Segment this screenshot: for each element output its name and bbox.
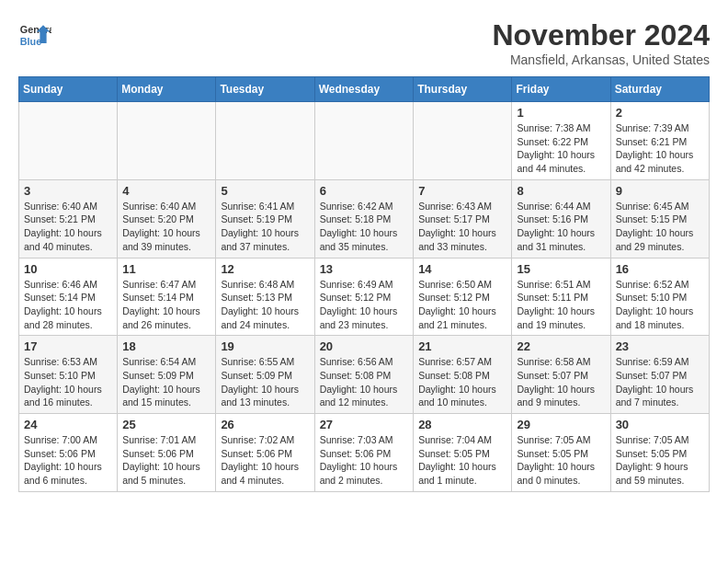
month-title: November 2024 (492, 18, 710, 52)
day-info: Sunrise: 6:46 AM Sunset: 5:14 PM Dayligh… (24, 278, 112, 332)
day-number: 25 (122, 418, 210, 431)
day-number: 24 (24, 418, 112, 431)
day-number: 4 (122, 184, 210, 198)
week-row-2: 10Sunrise: 6:46 AM Sunset: 5:14 PM Dayli… (19, 258, 710, 336)
day-number: 1 (517, 106, 605, 120)
calendar-cell: 13Sunrise: 6:49 AM Sunset: 5:12 PM Dayli… (314, 258, 414, 336)
calendar-cell: 29Sunrise: 7:05 AM Sunset: 5:05 PM Dayli… (512, 414, 610, 492)
day-number: 21 (418, 339, 506, 353)
day-number: 16 (616, 262, 704, 276)
day-info: Sunrise: 6:44 AM Sunset: 5:16 PM Dayligh… (517, 200, 605, 254)
day-number: 22 (517, 339, 605, 353)
calendar-cell: 24Sunrise: 7:00 AM Sunset: 5:06 PM Dayli… (19, 414, 118, 492)
calendar-cell: 22Sunrise: 6:58 AM Sunset: 5:07 PM Dayli… (512, 336, 610, 414)
day-info: Sunrise: 7:39 AM Sunset: 6:21 PM Dayligh… (616, 121, 704, 176)
day-number: 9 (616, 184, 704, 198)
day-number: 27 (320, 418, 409, 431)
day-info: Sunrise: 6:56 AM Sunset: 5:08 PM Dayligh… (320, 355, 409, 409)
calendar-cell: 28Sunrise: 7:04 AM Sunset: 5:05 PM Dayli… (414, 414, 512, 492)
week-row-1: 3Sunrise: 6:40 AM Sunset: 5:21 PM Daylig… (19, 179, 710, 258)
calendar-cell (118, 102, 216, 180)
day-number: 12 (221, 262, 309, 276)
calendar-cell: 15Sunrise: 6:51 AM Sunset: 5:11 PM Dayli… (512, 258, 610, 336)
week-row-0: 1Sunrise: 7:38 AM Sunset: 6:22 PM Daylig… (19, 102, 710, 180)
day-info: Sunrise: 6:49 AM Sunset: 5:12 PM Dayligh… (320, 278, 409, 332)
calendar-cell: 19Sunrise: 6:55 AM Sunset: 5:09 PM Dayli… (216, 336, 314, 414)
calendar-cell: 23Sunrise: 6:59 AM Sunset: 5:07 PM Dayli… (610, 336, 709, 414)
day-info: Sunrise: 7:01 AM Sunset: 5:06 PM Dayligh… (122, 433, 210, 488)
calendar-cell (216, 102, 314, 180)
day-info: Sunrise: 6:41 AM Sunset: 5:19 PM Dayligh… (221, 200, 309, 254)
day-info: Sunrise: 7:38 AM Sunset: 6:22 PM Dayligh… (517, 121, 605, 176)
day-info: Sunrise: 7:05 AM Sunset: 5:05 PM Dayligh… (616, 433, 704, 488)
week-row-3: 17Sunrise: 6:53 AM Sunset: 5:10 PM Dayli… (19, 336, 710, 414)
calendar-cell: 1Sunrise: 7:38 AM Sunset: 6:22 PM Daylig… (512, 102, 610, 180)
day-number: 14 (418, 262, 506, 276)
day-info: Sunrise: 6:50 AM Sunset: 5:12 PM Dayligh… (418, 278, 506, 332)
day-info: Sunrise: 6:47 AM Sunset: 5:14 PM Dayligh… (122, 278, 210, 332)
calendar-cell: 10Sunrise: 6:46 AM Sunset: 5:14 PM Dayli… (19, 258, 118, 336)
calendar-cell (414, 102, 512, 180)
day-info: Sunrise: 6:45 AM Sunset: 5:15 PM Dayligh… (616, 200, 704, 254)
day-info: Sunrise: 6:43 AM Sunset: 5:17 PM Dayligh… (418, 200, 506, 254)
day-info: Sunrise: 6:51 AM Sunset: 5:11 PM Dayligh… (517, 278, 605, 332)
calendar-cell: 11Sunrise: 6:47 AM Sunset: 5:14 PM Dayli… (118, 258, 216, 336)
weekday-header-row: SundayMondayTuesdayWednesdayThursdayFrid… (19, 77, 710, 102)
calendar-cell: 25Sunrise: 7:01 AM Sunset: 5:06 PM Dayli… (118, 414, 216, 492)
day-number: 30 (616, 418, 704, 431)
title-block: November 2024 Mansfield, Arkansas, Unite… (492, 18, 710, 67)
calendar-cell: 2Sunrise: 7:39 AM Sunset: 6:21 PM Daylig… (610, 102, 709, 180)
weekday-header-tuesday: Tuesday (216, 77, 314, 102)
day-number: 29 (517, 418, 605, 431)
weekday-header-thursday: Thursday (414, 77, 512, 102)
day-number: 8 (517, 184, 605, 198)
calendar-cell (314, 102, 414, 180)
day-info: Sunrise: 6:53 AM Sunset: 5:10 PM Dayligh… (24, 355, 112, 409)
day-info: Sunrise: 6:55 AM Sunset: 5:09 PM Dayligh… (221, 355, 309, 409)
calendar-cell: 20Sunrise: 6:56 AM Sunset: 5:08 PM Dayli… (314, 336, 414, 414)
day-number: 6 (320, 184, 409, 198)
day-number: 13 (320, 262, 409, 276)
day-number: 28 (418, 418, 506, 431)
calendar-cell: 4Sunrise: 6:40 AM Sunset: 5:20 PM Daylig… (118, 179, 216, 258)
calendar-cell: 16Sunrise: 6:52 AM Sunset: 5:10 PM Dayli… (610, 258, 709, 336)
day-info: Sunrise: 6:58 AM Sunset: 5:07 PM Dayligh… (517, 355, 605, 409)
day-number: 10 (24, 262, 112, 276)
day-number: 2 (616, 106, 704, 120)
calendar-cell: 26Sunrise: 7:02 AM Sunset: 5:06 PM Dayli… (216, 414, 314, 492)
page-header: General Blue November 2024 Mansfield, Ar… (18, 18, 710, 67)
calendar-cell: 12Sunrise: 6:48 AM Sunset: 5:13 PM Dayli… (216, 258, 314, 336)
weekday-header-wednesday: Wednesday (314, 77, 414, 102)
day-info: Sunrise: 7:00 AM Sunset: 5:06 PM Dayligh… (24, 433, 112, 488)
calendar-cell: 21Sunrise: 6:57 AM Sunset: 5:08 PM Dayli… (414, 336, 512, 414)
day-info: Sunrise: 7:04 AM Sunset: 5:05 PM Dayligh… (418, 433, 506, 488)
logo: General Blue (18, 18, 51, 52)
day-info: Sunrise: 6:57 AM Sunset: 5:08 PM Dayligh… (418, 355, 506, 409)
weekday-header-friday: Friday (512, 77, 610, 102)
day-number: 20 (320, 339, 409, 353)
day-info: Sunrise: 6:48 AM Sunset: 5:13 PM Dayligh… (221, 278, 309, 332)
weekday-header-sunday: Sunday (19, 77, 118, 102)
calendar-cell: 3Sunrise: 6:40 AM Sunset: 5:21 PM Daylig… (19, 179, 118, 258)
weekday-header-saturday: Saturday (610, 77, 709, 102)
calendar-cell: 6Sunrise: 6:42 AM Sunset: 5:18 PM Daylig… (314, 179, 414, 258)
calendar-table: SundayMondayTuesdayWednesdayThursdayFrid… (18, 76, 710, 492)
day-number: 5 (221, 184, 309, 198)
calendar-cell: 17Sunrise: 6:53 AM Sunset: 5:10 PM Dayli… (19, 336, 118, 414)
day-info: Sunrise: 6:40 AM Sunset: 5:20 PM Dayligh… (122, 200, 210, 254)
weekday-header-monday: Monday (118, 77, 216, 102)
day-info: Sunrise: 7:02 AM Sunset: 5:06 PM Dayligh… (221, 433, 309, 488)
day-info: Sunrise: 6:59 AM Sunset: 5:07 PM Dayligh… (616, 355, 704, 409)
day-info: Sunrise: 6:40 AM Sunset: 5:21 PM Dayligh… (24, 200, 112, 254)
day-info: Sunrise: 7:03 AM Sunset: 5:06 PM Dayligh… (320, 433, 409, 488)
location-subtitle: Mansfield, Arkansas, United States (492, 52, 710, 67)
day-number: 19 (221, 339, 309, 353)
week-row-4: 24Sunrise: 7:00 AM Sunset: 5:06 PM Dayli… (19, 414, 710, 492)
calendar-cell: 8Sunrise: 6:44 AM Sunset: 5:16 PM Daylig… (512, 179, 610, 258)
calendar-cell: 5Sunrise: 6:41 AM Sunset: 5:19 PM Daylig… (216, 179, 314, 258)
day-info: Sunrise: 7:05 AM Sunset: 5:05 PM Dayligh… (517, 433, 605, 488)
day-number: 11 (122, 262, 210, 276)
calendar-cell: 14Sunrise: 6:50 AM Sunset: 5:12 PM Dayli… (414, 258, 512, 336)
logo-icon: General Blue (18, 18, 51, 52)
calendar-cell: 18Sunrise: 6:54 AM Sunset: 5:09 PM Dayli… (118, 336, 216, 414)
